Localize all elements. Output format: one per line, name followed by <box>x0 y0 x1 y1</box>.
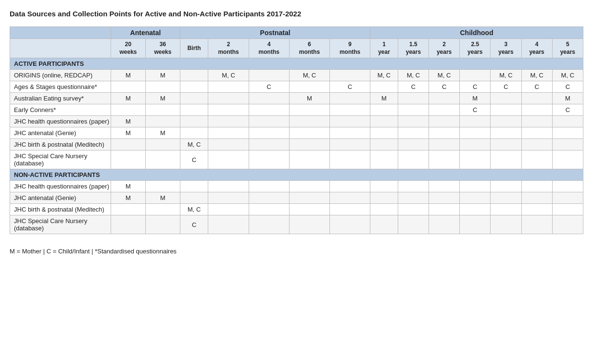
cell <box>370 116 398 127</box>
cell <box>398 181 429 192</box>
cell <box>208 81 249 93</box>
cell: M <box>460 93 491 104</box>
cell <box>249 192 289 204</box>
row-label: JHC birth & postnatal (Meditech) <box>10 139 111 151</box>
cell <box>111 81 146 93</box>
cell <box>491 215 521 234</box>
cell: M, C <box>552 70 583 81</box>
sub-header-3years: 3years <box>491 39 521 58</box>
cell: M, C <box>180 139 208 151</box>
cell <box>145 181 180 192</box>
cell <box>180 70 208 81</box>
header-group-row: Antenatal Postnatal Childhood <box>10 27 583 39</box>
cell <box>330 70 370 81</box>
cell: M, C <box>370 70 398 81</box>
cell <box>111 139 146 151</box>
cell <box>145 81 180 93</box>
cell <box>111 204 146 215</box>
cell <box>180 192 208 204</box>
cell <box>289 81 329 93</box>
row-label: Early Conners* <box>10 104 111 116</box>
cell <box>289 139 329 151</box>
header-childhood: Childhood <box>370 27 583 39</box>
row-label: JHC health questionnaires (paper) <box>10 181 111 192</box>
table-row: JHC birth & postnatal (Meditech)M, C <box>10 139 583 151</box>
cell: M <box>111 127 146 139</box>
section-row-0: ACTIVE PARTICIPANTS <box>10 58 583 70</box>
sub-header-6months: 6months <box>289 39 329 58</box>
cell <box>289 104 329 116</box>
main-table: Antenatal Postnatal Childhood 20weeks 36… <box>10 26 583 234</box>
cell <box>521 139 552 151</box>
cell <box>111 104 146 116</box>
cell: M <box>111 93 146 104</box>
cell <box>249 139 289 151</box>
cell <box>552 204 583 215</box>
cell <box>249 204 289 215</box>
cell <box>429 192 460 204</box>
cell <box>429 204 460 215</box>
table-row: Ages & Stages questionnaire*CCCCCCCC <box>10 81 583 93</box>
cell: M <box>111 192 146 204</box>
cell <box>208 192 249 204</box>
sub-header-5years: 5years <box>552 39 583 58</box>
cell <box>208 139 249 151</box>
cell <box>111 215 146 234</box>
cell <box>398 127 429 139</box>
row-label: JHC Special Care Nursery (database) <box>10 151 111 169</box>
cell: C <box>398 81 429 93</box>
cell <box>521 151 552 169</box>
table-row: JHC health questionnaires (paper)M <box>10 181 583 192</box>
cell <box>370 215 398 234</box>
cell <box>491 204 521 215</box>
cell <box>491 104 521 116</box>
cell <box>398 116 429 127</box>
cell <box>330 192 370 204</box>
table-wrapper: Antenatal Postnatal Childhood 20weeks 36… <box>10 26 583 234</box>
cell <box>289 127 329 139</box>
cell <box>370 104 398 116</box>
cell: M <box>145 192 180 204</box>
section-row-1: NON-ACTIVE PARTICIPANTS <box>10 169 583 181</box>
cell <box>398 215 429 234</box>
cell <box>429 104 460 116</box>
cell <box>145 116 180 127</box>
cell <box>460 204 491 215</box>
cell <box>289 215 329 234</box>
cell: M, C <box>491 70 521 81</box>
cell <box>208 93 249 104</box>
cell <box>208 204 249 215</box>
cell <box>398 139 429 151</box>
cell <box>370 139 398 151</box>
cell <box>521 93 552 104</box>
cell <box>521 127 552 139</box>
cell: M, C <box>180 204 208 215</box>
cell <box>552 127 583 139</box>
row-label: Australian Eating survey* <box>10 93 111 104</box>
cell: M <box>289 93 329 104</box>
sub-header-2years: 2years <box>429 39 460 58</box>
cell <box>289 181 329 192</box>
cell <box>460 151 491 169</box>
cell <box>249 215 289 234</box>
cell <box>491 151 521 169</box>
cell <box>330 204 370 215</box>
cell <box>398 93 429 104</box>
cell <box>180 127 208 139</box>
cell <box>552 116 583 127</box>
cell <box>249 127 289 139</box>
cell: M, C <box>398 70 429 81</box>
cell <box>370 204 398 215</box>
cell <box>145 151 180 169</box>
table-row: JHC Special Care Nursery (database)C <box>10 151 583 169</box>
table-row: JHC antenatal (Genie)MM <box>10 127 583 139</box>
cell <box>491 116 521 127</box>
cell <box>370 81 398 93</box>
cell <box>460 181 491 192</box>
cell <box>460 139 491 151</box>
sub-header-25years: 2.5years <box>460 39 491 58</box>
cell: C <box>330 81 370 93</box>
cell <box>330 181 370 192</box>
cell <box>552 151 583 169</box>
cell <box>521 215 552 234</box>
